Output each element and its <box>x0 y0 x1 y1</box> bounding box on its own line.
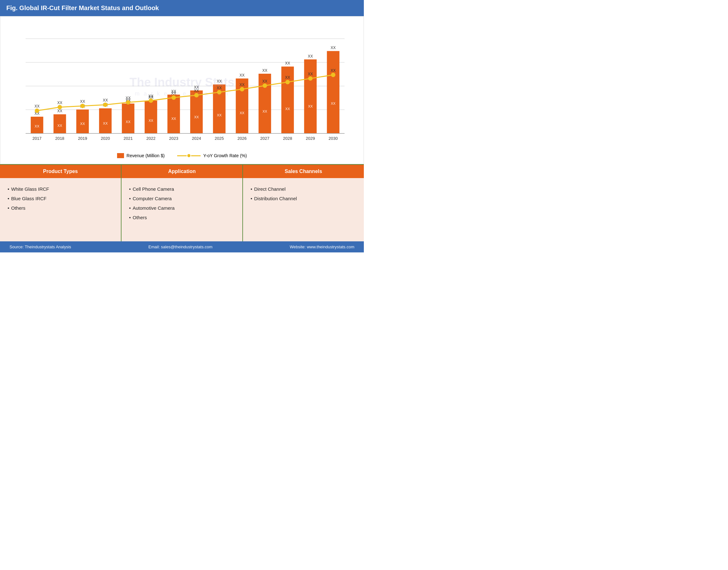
chart-section: The Industry Stats m a r k e t r e s e a… <box>0 16 364 164</box>
line-dot <box>149 99 153 102</box>
footer-email: Email: sales@theindustrystats.com <box>149 245 213 249</box>
list-item: Distribution Channel <box>251 194 356 203</box>
year-label: 2025 <box>215 136 224 141</box>
line-dot <box>172 96 176 100</box>
bar-label: XX <box>285 61 290 65</box>
bar-inner-label: XX <box>331 101 336 105</box>
line-label: XX <box>103 98 108 102</box>
bar-label: XX <box>308 54 313 58</box>
year-label: 2030 <box>329 136 338 141</box>
footer-website: Website: www.theindustrystats.com <box>290 245 354 249</box>
year-label: 2018 <box>55 136 64 141</box>
bar-label: XX <box>240 73 245 77</box>
year-label: 2026 <box>238 136 247 141</box>
bar-inner-label: XX <box>194 115 199 119</box>
line-dot <box>195 93 198 97</box>
year-label: 2023 <box>169 136 179 141</box>
bar <box>76 109 89 133</box>
footer-bar: Source: Theindustrystats Analysis Email:… <box>0 241 364 252</box>
line-dot <box>263 84 267 88</box>
list-item: Automotive Camera <box>129 203 235 213</box>
line-label: XX <box>34 104 39 108</box>
year-label: 2027 <box>260 136 270 141</box>
line-dot <box>286 80 289 84</box>
list-item: Direct Channel <box>251 185 356 194</box>
line-label: XX <box>331 68 336 73</box>
bottom-panel: Sales ChannelsDirect ChannelDistribution… <box>243 165 364 241</box>
bar <box>99 108 112 133</box>
bar-label: XX <box>217 79 222 83</box>
panel-body: White Glass IRCFBlue Glass IRCFOthers <box>0 178 121 241</box>
legend-line-label: Y-oY Growth Rate (%) <box>203 153 247 158</box>
legend-line-right <box>191 155 201 156</box>
bar-inner-label: XX <box>149 118 154 122</box>
line-dot <box>217 90 221 94</box>
line-label: XX <box>262 79 267 83</box>
panel-body: Direct ChannelDistribution Channel <box>243 178 364 241</box>
legend-bar-box <box>117 153 124 158</box>
line-label: XX <box>285 75 290 80</box>
chart-title: Fig. Global IR-Cut Filter Market Status … <box>0 0 364 16</box>
bar-inner-label: XX <box>126 120 131 124</box>
list-item: Others <box>8 203 113 213</box>
bar <box>167 94 180 133</box>
bar <box>122 103 135 133</box>
bar-inner-label: XX <box>240 111 245 115</box>
line-dot <box>308 76 312 80</box>
bar-inner-label: XX <box>217 113 222 117</box>
bar-label: XX <box>57 109 62 113</box>
year-label: 2017 <box>32 136 41 141</box>
chart-legend: Revenue (Million $) Y-oY Growth Rate (%) <box>10 149 354 161</box>
chart-container: The Industry Stats m a r k e t r e s e a… <box>10 23 354 149</box>
bar-inner-label: XX <box>263 109 267 113</box>
line-dot <box>126 100 130 104</box>
list-item: Blue Glass IRCF <box>8 194 113 203</box>
line-label: XX <box>171 91 176 95</box>
bar <box>304 59 317 133</box>
legend-bar: Revenue (Million $) <box>117 153 165 158</box>
list-item: Computer Camera <box>129 194 235 203</box>
bar-inner-label: XX <box>172 117 176 120</box>
panel-header: Sales Channels <box>243 165 364 178</box>
panel-header: Product Types <box>0 165 121 178</box>
year-label: 2022 <box>147 136 156 141</box>
bar-inner-label: XX <box>308 104 313 108</box>
line-dot <box>103 103 107 106</box>
line-label: XX <box>194 88 199 93</box>
bar-inner-label: XX <box>58 124 62 127</box>
year-label: 2020 <box>101 136 110 141</box>
panel-body: Cell Phone CameraComputer CameraAutomoti… <box>122 178 242 241</box>
bar-label: XX <box>262 68 267 73</box>
bottom-panel: ApplicationCell Phone CameraComputer Cam… <box>122 165 243 241</box>
line-dot <box>331 73 335 77</box>
year-label: 2028 <box>283 136 292 141</box>
line-label: XX <box>126 96 131 100</box>
line-label: XX <box>57 100 62 105</box>
list-item: Others <box>129 213 235 222</box>
legend-line: Y-oY Growth Rate (%) <box>177 153 247 158</box>
bar-inner-label: XX <box>35 124 39 128</box>
line-label: XX <box>217 86 222 90</box>
line-label: XX <box>308 72 313 76</box>
year-label: 2029 <box>306 136 315 141</box>
line-label: XX <box>80 99 85 104</box>
legend-line-left <box>177 155 187 156</box>
bottom-section: Product TypesWhite Glass IRCFBlue Glass … <box>0 164 364 241</box>
bar-inner-label: XX <box>80 122 85 125</box>
chart-svg: XXXXXXXXXXXXXXXXXXXXXXXXXXXXXXXXXXXXXXXX… <box>10 23 354 149</box>
line-dot <box>35 109 39 112</box>
legend-line-graphic <box>177 154 201 157</box>
footer-source: Source: Theindustrystats Analysis <box>9 245 71 249</box>
line-label: XX <box>240 82 245 87</box>
year-label: 2021 <box>124 136 133 141</box>
bar <box>145 100 157 133</box>
list-item: Cell Phone Camera <box>129 185 235 194</box>
bar <box>327 51 339 133</box>
year-label: 2019 <box>78 136 87 141</box>
legend-bar-label: Revenue (Million $) <box>127 153 165 158</box>
line-dot <box>240 87 244 91</box>
panel-header: Application <box>122 165 242 178</box>
line-dot <box>58 105 62 109</box>
legend-line-dot <box>187 154 191 157</box>
list-item: White Glass IRCF <box>8 185 113 194</box>
